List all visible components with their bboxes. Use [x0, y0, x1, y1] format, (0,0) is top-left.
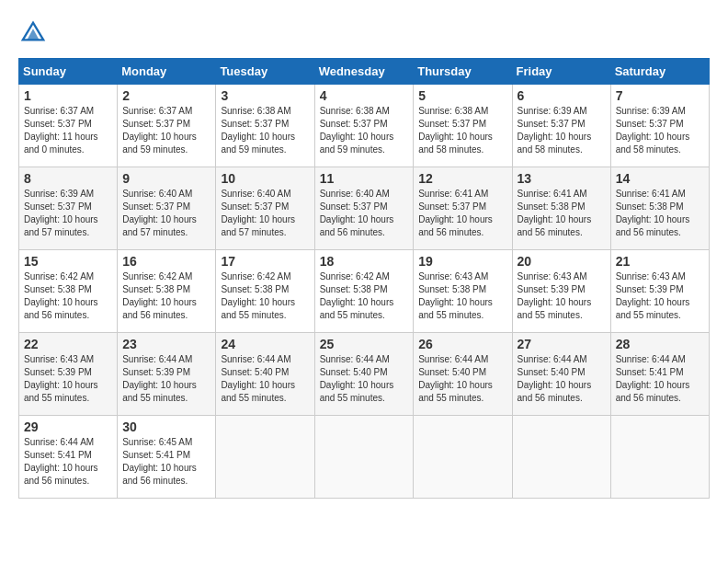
day-header-friday: Friday — [512, 59, 610, 85]
day-info: Sunrise: 6:39 AMSunset: 5:37 PMDaylight:… — [518, 106, 592, 155]
day-number: 28 — [616, 337, 704, 351]
day-number: 10 — [221, 171, 309, 186]
day-info: Sunrise: 6:42 AMSunset: 5:38 PMDaylight:… — [221, 271, 295, 320]
calendar-day-23: 23 Sunrise: 6:44 AMSunset: 5:39 PMDaylig… — [118, 333, 216, 416]
calendar-day-3: 3 Sunrise: 6:38 AMSunset: 5:37 PMDayligh… — [216, 85, 314, 167]
calendar-day-21: 21 Sunrise: 6:43 AMSunset: 5:39 PMDaylig… — [610, 250, 709, 333]
day-info: Sunrise: 6:44 AMSunset: 5:41 PMDaylight:… — [616, 354, 690, 403]
logo — [18, 18, 46, 49]
day-info: Sunrise: 6:44 AMSunset: 5:40 PMDaylight:… — [221, 354, 295, 403]
day-number: 12 — [418, 171, 506, 186]
day-info: Sunrise: 6:37 AMSunset: 5:37 PMDaylight:… — [24, 106, 98, 155]
day-info: Sunrise: 6:40 AMSunset: 5:37 PMDaylight:… — [122, 189, 197, 237]
day-header-monday: Monday — [118, 59, 216, 85]
calendar-week-3: 15 Sunrise: 6:42 AMSunset: 5:38 PMDaylig… — [19, 250, 710, 333]
logo-icon — [20, 18, 46, 44]
calendar-day-24: 24 Sunrise: 6:44 AMSunset: 5:40 PMDaylig… — [216, 333, 314, 416]
day-number: 15 — [24, 254, 112, 269]
calendar-day-2: 2 Sunrise: 6:37 AMSunset: 5:37 PMDayligh… — [118, 85, 216, 167]
day-info: Sunrise: 6:37 AMSunset: 5:37 PMDaylight:… — [122, 106, 197, 155]
calendar-day-4: 4 Sunrise: 6:38 AMSunset: 5:37 PMDayligh… — [314, 85, 414, 167]
page-header — [18, 18, 710, 49]
calendar-day-13: 13 Sunrise: 6:41 AMSunset: 5:38 PMDaylig… — [512, 167, 610, 250]
calendar-day-7: 7 Sunrise: 6:39 AMSunset: 5:37 PMDayligh… — [610, 85, 709, 167]
calendar-day-12: 12 Sunrise: 6:41 AMSunset: 5:37 PMDaylig… — [414, 167, 512, 250]
calendar-day-26: 26 Sunrise: 6:44 AMSunset: 5:40 PMDaylig… — [414, 333, 512, 416]
day-info: Sunrise: 6:44 AMSunset: 5:40 PMDaylight:… — [518, 354, 592, 403]
calendar-day-17: 17 Sunrise: 6:42 AMSunset: 5:38 PMDaylig… — [216, 250, 314, 333]
calendar-day-15: 15 Sunrise: 6:42 AMSunset: 5:38 PMDaylig… — [19, 250, 118, 333]
calendar-day-27: 27 Sunrise: 6:44 AMSunset: 5:40 PMDaylig… — [512, 333, 610, 416]
day-info: Sunrise: 6:42 AMSunset: 5:38 PMDaylight:… — [122, 271, 197, 320]
day-number: 14 — [616, 171, 704, 186]
day-number: 6 — [518, 88, 606, 103]
day-info: Sunrise: 6:42 AMSunset: 5:38 PMDaylight:… — [24, 271, 98, 320]
day-number: 18 — [320, 254, 409, 269]
calendar-day-29: 29 Sunrise: 6:44 AMSunset: 5:41 PMDaylig… — [19, 416, 118, 499]
day-number: 5 — [418, 88, 506, 103]
calendar-day-25: 25 Sunrise: 6:44 AMSunset: 5:40 PMDaylig… — [314, 333, 414, 416]
calendar-day-19: 19 Sunrise: 6:43 AMSunset: 5:38 PMDaylig… — [414, 250, 512, 333]
day-number: 21 — [616, 254, 704, 269]
day-number: 24 — [221, 337, 309, 351]
calendar-day-11: 11 Sunrise: 6:40 AMSunset: 5:37 PMDaylig… — [314, 167, 414, 250]
day-info: Sunrise: 6:41 AMSunset: 5:38 PMDaylight:… — [518, 189, 592, 237]
day-number: 19 — [418, 254, 506, 269]
day-number: 8 — [24, 171, 112, 186]
calendar-week-4: 22 Sunrise: 6:43 AMSunset: 5:39 PMDaylig… — [19, 333, 710, 416]
day-number: 7 — [616, 88, 704, 103]
day-info: Sunrise: 6:44 AMSunset: 5:39 PMDaylight:… — [122, 354, 197, 403]
day-header-sunday: Sunday — [19, 59, 118, 85]
day-number: 9 — [122, 171, 210, 186]
day-number: 25 — [320, 337, 409, 351]
day-number: 13 — [518, 171, 606, 186]
calendar-day-6: 6 Sunrise: 6:39 AMSunset: 5:37 PMDayligh… — [512, 85, 610, 167]
day-number: 16 — [122, 254, 210, 269]
day-info: Sunrise: 6:43 AMSunset: 5:39 PMDaylight:… — [518, 271, 592, 320]
calendar-day-14: 14 Sunrise: 6:41 AMSunset: 5:38 PMDaylig… — [610, 167, 709, 250]
day-info: Sunrise: 6:38 AMSunset: 5:37 PMDaylight:… — [221, 106, 295, 155]
empty-cell — [414, 416, 512, 499]
day-info: Sunrise: 6:45 AMSunset: 5:41 PMDaylight:… — [122, 437, 197, 486]
calendar-week-2: 8 Sunrise: 6:39 AMSunset: 5:37 PMDayligh… — [19, 167, 710, 250]
day-number: 1 — [24, 88, 112, 103]
day-number: 4 — [320, 88, 409, 103]
day-info: Sunrise: 6:38 AMSunset: 5:37 PMDaylight:… — [418, 106, 493, 155]
day-number: 3 — [221, 88, 309, 103]
day-number: 20 — [518, 254, 606, 269]
day-number: 17 — [221, 254, 309, 269]
calendar-header-row: SundayMondayTuesdayWednesdayThursdayFrid… — [19, 59, 710, 85]
calendar-day-30: 30 Sunrise: 6:45 AMSunset: 5:41 PMDaylig… — [118, 416, 216, 499]
day-info: Sunrise: 6:44 AMSunset: 5:41 PMDaylight:… — [24, 437, 98, 486]
day-header-thursday: Thursday — [414, 59, 512, 85]
calendar-day-1: 1 Sunrise: 6:37 AMSunset: 5:37 PMDayligh… — [19, 85, 118, 167]
day-number: 30 — [122, 419, 210, 434]
day-number: 26 — [418, 337, 506, 351]
day-number: 23 — [122, 337, 210, 351]
day-number: 22 — [24, 337, 112, 351]
day-number: 27 — [518, 337, 606, 351]
calendar-day-10: 10 Sunrise: 6:40 AMSunset: 5:37 PMDaylig… — [216, 167, 314, 250]
day-info: Sunrise: 6:41 AMSunset: 5:38 PMDaylight:… — [616, 189, 690, 237]
calendar-day-18: 18 Sunrise: 6:42 AMSunset: 5:38 PMDaylig… — [314, 250, 414, 333]
day-number: 11 — [320, 171, 409, 186]
day-info: Sunrise: 6:43 AMSunset: 5:39 PMDaylight:… — [616, 271, 690, 320]
day-info: Sunrise: 6:44 AMSunset: 5:40 PMDaylight:… — [418, 354, 493, 403]
day-info: Sunrise: 6:39 AMSunset: 5:37 PMDaylight:… — [24, 189, 98, 237]
empty-cell — [512, 416, 610, 499]
calendar-day-8: 8 Sunrise: 6:39 AMSunset: 5:37 PMDayligh… — [19, 167, 118, 250]
day-info: Sunrise: 6:39 AMSunset: 5:37 PMDaylight:… — [616, 106, 690, 155]
day-number: 29 — [24, 419, 112, 434]
day-info: Sunrise: 6:40 AMSunset: 5:37 PMDaylight:… — [320, 189, 394, 237]
calendar-day-20: 20 Sunrise: 6:43 AMSunset: 5:39 PMDaylig… — [512, 250, 610, 333]
day-info: Sunrise: 6:41 AMSunset: 5:37 PMDaylight:… — [418, 189, 493, 237]
day-header-wednesday: Wednesday — [314, 59, 414, 85]
day-header-saturday: Saturday — [610, 59, 709, 85]
calendar-week-5: 29 Sunrise: 6:44 AMSunset: 5:41 PMDaylig… — [19, 416, 710, 499]
calendar-day-5: 5 Sunrise: 6:38 AMSunset: 5:37 PMDayligh… — [414, 85, 512, 167]
calendar-day-28: 28 Sunrise: 6:44 AMSunset: 5:41 PMDaylig… — [610, 333, 709, 416]
day-info: Sunrise: 6:43 AMSunset: 5:39 PMDaylight:… — [24, 354, 98, 403]
day-info: Sunrise: 6:42 AMSunset: 5:38 PMDaylight:… — [320, 271, 394, 320]
day-info: Sunrise: 6:43 AMSunset: 5:38 PMDaylight:… — [418, 271, 493, 320]
day-info: Sunrise: 6:38 AMSunset: 5:37 PMDaylight:… — [320, 106, 394, 155]
